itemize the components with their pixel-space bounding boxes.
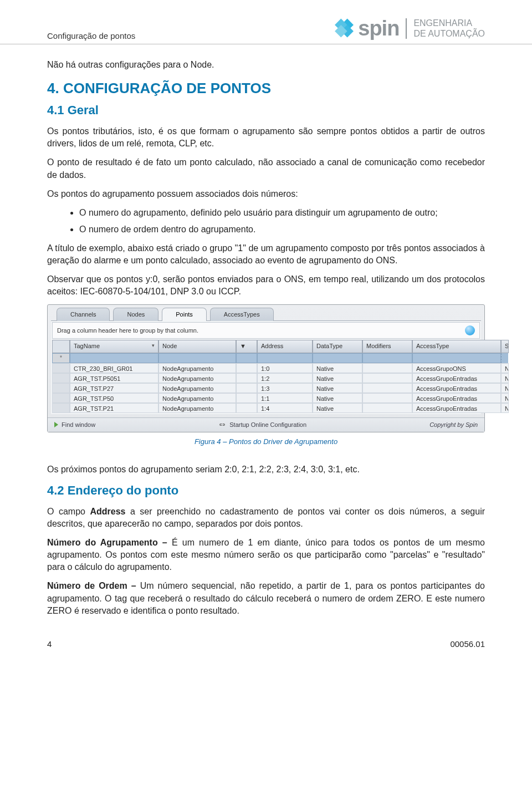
row-marker (52, 383, 70, 393)
link-icon (218, 422, 226, 427)
cell[interactable]: AccessGrupoEntradas (412, 383, 501, 393)
cell[interactable]: None (501, 393, 509, 403)
intro-paragraph: Não há outras configurações para o Node. (47, 59, 485, 71)
filter-btn[interactable] (236, 353, 257, 363)
paragraph: Número do Agrupamento – É um numero de 1… (47, 537, 485, 573)
cell[interactable]: AccessGrupoONS (412, 363, 501, 373)
find-window-link[interactable]: Find window (54, 421, 95, 429)
breadcrumb: Configuração de pontos (47, 31, 135, 40)
cell[interactable]: Native (313, 383, 362, 393)
logo-text-sub: ENGENHARIA DE AUTOMAÇÃO (406, 18, 485, 39)
tab-nodes[interactable]: Nodes (113, 308, 158, 321)
cell[interactable]: CTR_230_BRI_GR01 (70, 363, 158, 373)
list-item: O numero de ordem dentro do agrupamento. (79, 223, 485, 236)
cell[interactable]: Native (313, 403, 362, 413)
play-icon (54, 422, 58, 427)
row-marker (52, 363, 70, 373)
tab-accesstypes[interactable]: AccessTypes (210, 308, 274, 321)
cell[interactable]: None (501, 373, 509, 383)
paragraph: Os próximos pontos do agrupamento seriam… (47, 463, 485, 476)
filter-scaling[interactable] (501, 353, 508, 363)
heading-subsection-4-2: 4.2 Endereço do ponto (47, 482, 485, 499)
tab-points[interactable]: Points (162, 308, 207, 321)
cell[interactable]: AGR_TST.P5051 (70, 373, 158, 383)
col-header-datatype[interactable]: DataType (313, 340, 362, 353)
cell[interactable]: NodeAgrupamento (158, 393, 236, 403)
cell[interactable] (362, 403, 412, 413)
cell[interactable] (236, 393, 257, 403)
paragraph: A título de exemplo, abaixo está criado … (47, 242, 485, 267)
cell[interactable]: 1:2 (257, 373, 313, 383)
group-by-hint: Drag a column header here to group by th… (57, 327, 198, 335)
new-row-marker: * (52, 353, 70, 363)
page-number: 4 (47, 639, 52, 649)
tab-channels[interactable]: Channels (57, 308, 110, 321)
column-headers: TagName▾ Node ▼ Address DataType Modifie… (52, 340, 480, 353)
heading-section-4: 4. CONFIGURAÇÃO DE PONTOS (47, 79, 485, 99)
cell[interactable]: AccessGrupoEntradas (412, 393, 501, 403)
cell[interactable]: Native (313, 393, 362, 403)
startup-config-link[interactable]: Startup Online Configuration (218, 421, 306, 429)
cell[interactable]: Native (313, 363, 362, 373)
cell[interactable]: AccessGrupoEntradas (412, 403, 501, 413)
cell[interactable]: AGR_TST.P50 (70, 393, 158, 403)
filter-accesstype[interactable] (412, 353, 501, 363)
cell[interactable]: NodeAgrupamento (158, 363, 236, 373)
filter-tagname[interactable] (70, 353, 158, 363)
filter-row[interactable]: * (52, 353, 480, 363)
cell[interactable]: AGR_TST.P21 (70, 403, 158, 413)
col-header-scaling[interactable]: Scaling (501, 340, 509, 353)
doc-code: 00056.01 (450, 639, 485, 649)
cell[interactable] (362, 363, 412, 373)
col-header-node[interactable]: Node (158, 340, 236, 353)
filter-address[interactable] (257, 353, 313, 363)
group-by-bar[interactable]: Drag a column header here to group by th… (52, 322, 480, 339)
cell[interactable]: NodeAgrupamento (158, 373, 236, 383)
filter-datatype[interactable] (313, 353, 362, 363)
cell[interactable] (362, 383, 412, 393)
row-marker (52, 403, 70, 413)
col-header-address[interactable]: Address (257, 340, 313, 353)
cell[interactable]: NodeAgrupamento (158, 383, 236, 393)
paragraph: O ponto de resultado é de fato um ponto … (47, 156, 485, 181)
cell[interactable] (236, 383, 257, 393)
table-row[interactable]: AGR_TST.P27NodeAgrupamento1:3NativeAcces… (52, 383, 480, 393)
paragraph: Observar que os pontos y:0, serão pontos… (47, 273, 485, 298)
figure-caption: Figura 4 – Pontos do Driver de Agrupamen… (47, 437, 485, 447)
help-icon[interactable] (465, 325, 475, 335)
cell[interactable]: AccessGrupoEntradas (412, 373, 501, 383)
cell[interactable]: 1:1 (257, 393, 313, 403)
col-header-modifiers[interactable]: Modifiers (362, 340, 412, 353)
table-row[interactable]: AGR_TST.P5051NodeAgrupamento1:2NativeAcc… (52, 373, 480, 383)
row-marker (52, 393, 70, 403)
logo-text-main: spin (358, 17, 399, 40)
cell[interactable] (362, 373, 412, 383)
cell[interactable]: None (501, 383, 509, 393)
cell[interactable]: Native (313, 373, 362, 383)
paragraph: Os pontos do agrupamento possuem associa… (47, 188, 485, 200)
cell[interactable] (236, 363, 257, 373)
table-row[interactable]: CTR_230_BRI_GR01NodeAgrupamento1:0Native… (52, 363, 480, 373)
cell[interactable] (236, 373, 257, 383)
cell[interactable]: 1:3 (257, 383, 313, 393)
cell[interactable]: AGR_TST.P27 (70, 383, 158, 393)
row-marker (52, 373, 70, 383)
col-header-tagname[interactable]: TagName▾ (70, 340, 158, 353)
heading-subsection-4-1: 4.1 Geral (47, 102, 485, 119)
col-header-accesstype[interactable]: AccessType (412, 340, 501, 353)
filter-node[interactable] (158, 353, 236, 363)
col-header-gutter[interactable] (52, 340, 70, 353)
cell[interactable]: 1:0 (257, 363, 313, 373)
table-row[interactable]: AGR_TST.P21NodeAgrupamento1:4NativeAcces… (52, 403, 480, 413)
cell[interactable]: NodeAgrupamento (158, 403, 236, 413)
col-header-filter-icon[interactable]: ▼ (236, 340, 257, 353)
cell[interactable] (236, 403, 257, 413)
cell[interactable]: None (501, 363, 509, 373)
paragraph: O campo Address a ser preenchido no cada… (47, 506, 485, 530)
cell[interactable] (362, 393, 412, 403)
filter-modifiers[interactable] (362, 353, 412, 363)
cell[interactable]: None (501, 403, 509, 413)
list-item: O numero do agrupamento, definido pelo u… (79, 207, 485, 219)
cell[interactable]: 1:4 (257, 403, 313, 413)
table-row[interactable]: AGR_TST.P50NodeAgrupamento1:1NativeAcces… (52, 393, 480, 403)
